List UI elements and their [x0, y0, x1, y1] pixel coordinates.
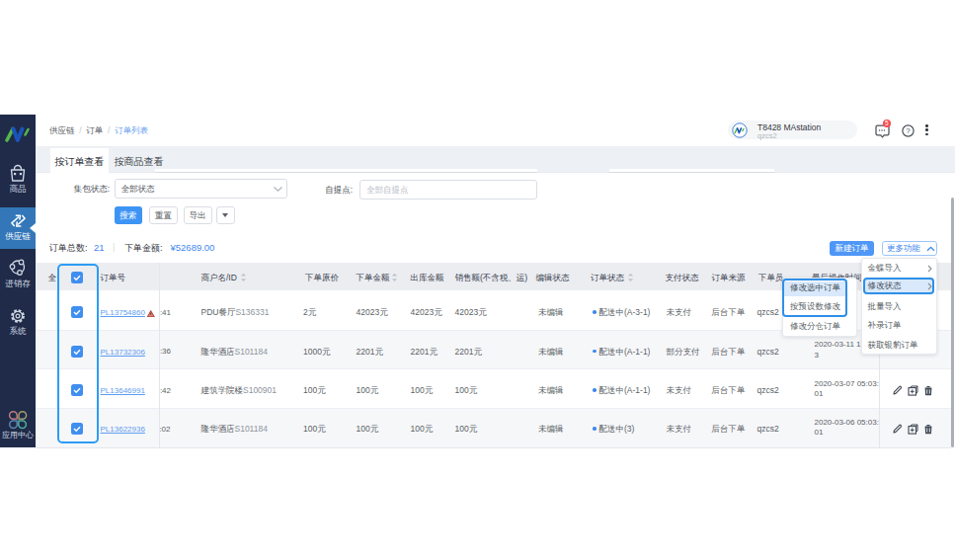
svg-text:?: ?	[906, 126, 911, 135]
